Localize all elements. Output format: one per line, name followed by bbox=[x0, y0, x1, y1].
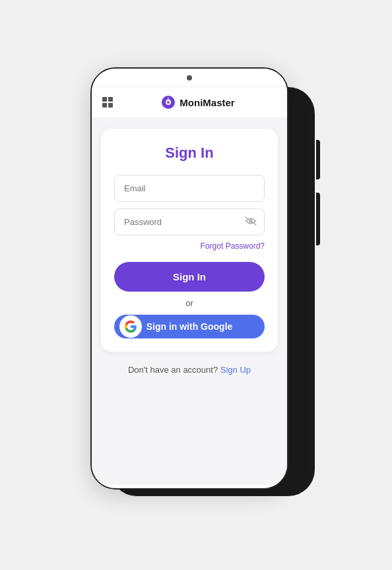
monimaster-logo-icon bbox=[161, 95, 176, 110]
toggle-password-icon[interactable] bbox=[245, 216, 257, 228]
signin-title: Sign In bbox=[114, 144, 265, 162]
signin-card: Sign In Forgot Password? bbox=[101, 129, 278, 352]
google-signin-button[interactable]: Sign in with Google bbox=[114, 315, 265, 338]
signin-button[interactable]: Sign In bbox=[114, 262, 265, 292]
forgot-password-area: Forgot Password? bbox=[114, 239, 265, 251]
phone-top-bar bbox=[92, 69, 287, 87]
password-wrapper bbox=[114, 208, 265, 236]
forgot-password-link[interactable]: Forgot Password? bbox=[201, 241, 265, 251]
phone-right-edge2 bbox=[316, 193, 320, 245]
logo-area: MoniMaster bbox=[119, 95, 277, 110]
or-divider: or bbox=[114, 298, 265, 308]
google-button-label: Sign in with Google bbox=[123, 321, 255, 332]
password-input[interactable] bbox=[114, 208, 265, 236]
email-input[interactable] bbox=[114, 175, 265, 202]
google-g-icon bbox=[124, 320, 137, 333]
phone-shell: MoniMaster Sign In bbox=[90, 67, 302, 503]
phone-right-edge bbox=[316, 140, 320, 179]
grid-icon[interactable] bbox=[102, 97, 113, 108]
no-account-text: Don't have an account? bbox=[128, 365, 218, 375]
app-header: MoniMaster bbox=[92, 87, 287, 118]
logo-text: MoniMaster bbox=[180, 97, 234, 108]
bottom-text-area: Don't have an account? Sign Up bbox=[101, 365, 278, 375]
signup-link[interactable]: Sign Up bbox=[220, 365, 251, 375]
phone-frame: MoniMaster Sign In bbox=[90, 67, 288, 490]
google-logo-circle bbox=[119, 315, 142, 338]
camera-dot bbox=[187, 75, 192, 80]
app-content: Sign In Forgot Password? bbox=[92, 118, 287, 485]
